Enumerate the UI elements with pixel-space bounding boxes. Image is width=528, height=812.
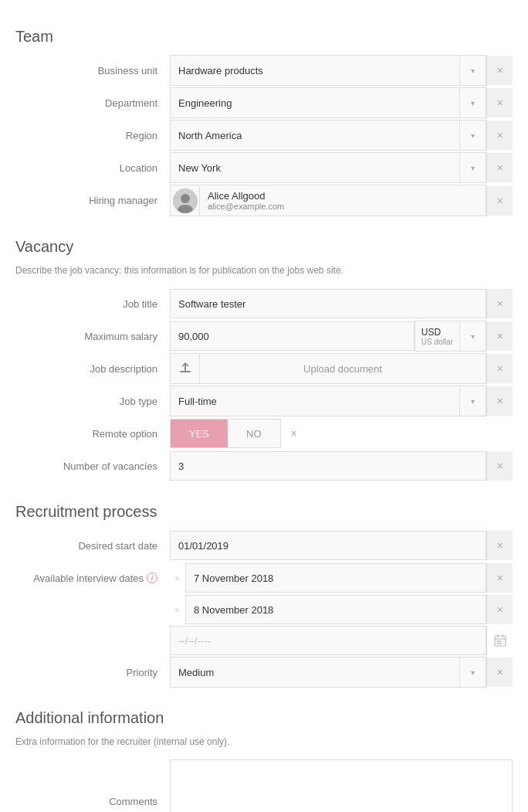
currency-name: US dollar [421,338,453,346]
business-unit-value: Hardware products [171,59,459,83]
job-title-value: Software tester [171,292,486,316]
start-date-label: Desired start date [15,540,170,552]
business-unit-label: Business unit [15,65,170,76]
num-vacancies-value: 3 [171,454,486,478]
num-vacancies-clear[interactable]: × [486,451,513,481]
priority-row: Priority Medium ▾ × [15,657,513,688]
start-date-row: Desired start date 01/01/2019 × [15,530,513,561]
svg-rect-7 [502,634,503,637]
department-label: Department [15,97,170,109]
drag-handle-2: ≡ [170,606,185,614]
start-date-clear[interactable]: × [486,531,513,560]
upload-area[interactable]: Upload document [170,353,486,384]
start-date-wrapper: 01/01/2019 × [170,531,513,560]
location-control[interactable]: New York ▾ [170,152,486,183]
svg-point-1 [181,194,190,203]
priority-control[interactable]: Medium ▾ [170,657,486,688]
region-value: North America [171,124,459,148]
job-type-chevron[interactable]: ▾ [459,386,486,416]
location-clear[interactable]: × [486,153,513,182]
region-wrapper: North America ▾ × [170,120,513,151]
comments-row: Comments [15,759,513,812]
interview-date-3-placeholder: --/--/---- [171,629,486,653]
priority-clear[interactable]: × [486,657,513,687]
currency-info: USD US dollar [415,324,459,349]
team-title: Team [15,28,513,46]
interview-dates-label: Available interview dates i [15,572,170,584]
additional-info-title: Additional information [15,709,513,727]
svg-rect-11 [497,643,499,644]
currency-code: USD [421,327,453,338]
business-unit-clear[interactable]: × [486,56,513,85]
priority-chevron[interactable]: ▾ [459,657,486,687]
interview-date-1-value: 7 November 2018 [186,566,486,590]
job-title-clear[interactable]: × [486,289,513,318]
currency-chevron[interactable]: ▾ [459,321,486,351]
priority-wrapper: Medium ▾ × [170,657,513,688]
interview-date-2-control[interactable]: 8 November 2018 [185,595,486,624]
comments-textarea[interactable] [170,759,513,812]
recruitment-title: Recruitment process [15,503,513,521]
interview-dates-header-row: Available interview dates i ≡ 7 November… [15,562,513,593]
max-salary-label: Maximum salary [15,331,170,342]
department-value: Engineering [171,91,459,115]
job-type-control[interactable]: Full-time ▾ [170,386,486,416]
hiring-manager-clear[interactable]: × [486,186,513,216]
num-vacancies-label: Number of vacancies [15,460,170,472]
interview-date-1-control[interactable]: 7 November 2018 [185,563,486,593]
remote-option-clear[interactable]: × [281,419,307,448]
manager-name: Alice Allgood [208,190,478,202]
interview-date-3-control[interactable]: --/--/---- [170,626,486,655]
salary-input[interactable]: 90,000 [170,321,415,351]
num-vacancies-control[interactable]: 3 [170,451,486,481]
location-row: Location New York ▾ × [15,152,513,183]
job-description-clear[interactable]: × [486,354,513,383]
interview-date-2-wrapper: ≡ 8 November 2018 × [170,595,513,624]
max-salary-clear[interactable]: × [486,321,513,351]
interview-date-2-clear[interactable]: × [486,595,513,624]
svg-rect-12 [499,643,501,644]
currency-selector[interactable]: USD US dollar ▾ [415,321,486,352]
location-chevron[interactable]: ▾ [459,153,486,182]
svg-rect-6 [497,634,499,637]
region-chevron[interactable]: ▾ [459,121,486,150]
remote-option-wrapper: YES NO × [170,419,513,448]
hiring-manager-control[interactable]: Alice Allgood alice@example.com [170,185,486,216]
job-title-control[interactable]: Software tester [170,289,486,318]
business-unit-control[interactable]: Hardware products ▾ [170,55,486,86]
remote-toggle-group: YES NO [170,419,281,448]
upload-text: Upload document [200,363,486,375]
job-description-label: Job description [15,363,170,375]
comments-label: Comments [15,790,170,807]
remote-yes-button[interactable]: YES [171,420,228,447]
avatar-container [171,186,200,216]
info-icon: i [147,572,157,583]
department-wrapper: Engineering ▾ × [170,87,513,118]
hiring-manager-row: Hiring manager Alice Allgood alice@examp… [15,185,513,216]
region-control[interactable]: North America ▾ [170,120,486,151]
calendar-icon-3[interactable] [486,626,513,655]
department-clear[interactable]: × [486,88,513,117]
interview-date-1-clear[interactable]: × [486,563,513,593]
interview-date-1-wrapper: ≡ 7 November 2018 × [170,563,513,593]
vacancy-description: Describe the job vacancy: this informati… [15,265,513,276]
manager-email: alice@example.com [208,202,478,211]
priority-value: Medium [171,661,459,685]
region-clear[interactable]: × [486,121,513,150]
job-type-row: Job type Full-time ▾ × [15,386,513,416]
location-wrapper: New York ▾ × [170,152,513,183]
department-control[interactable]: Engineering ▾ [170,87,486,118]
job-description-wrapper: Upload document × [170,353,513,384]
start-date-control[interactable]: 01/01/2019 [170,531,486,560]
interview-date-2-value: 8 November 2018 [186,598,486,622]
interview-dates-label-text: Available interview dates [33,572,144,584]
job-type-clear[interactable]: × [486,386,513,416]
business-unit-chevron[interactable]: ▾ [459,56,486,85]
num-vacancies-wrapper: 3 × [170,451,513,481]
business-unit-wrapper: Hardware products ▾ × [170,55,513,86]
department-chevron[interactable]: ▾ [459,88,486,117]
remote-no-button[interactable]: NO [228,420,280,447]
upload-icon[interactable] [171,354,200,383]
hiring-manager-label: Hiring manager [15,195,170,206]
max-salary-row: Maximum salary 90,000 USD US dollar ▾ × [15,321,513,352]
